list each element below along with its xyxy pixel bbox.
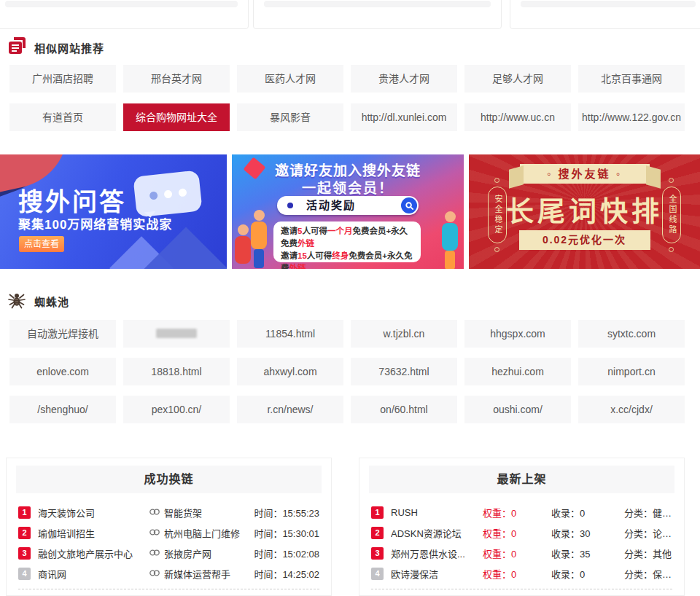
similar-site-link[interactable]: http://www.uc.cn xyxy=(464,103,571,131)
reward-label: 活动奖励 xyxy=(306,196,356,215)
similar-site-link[interactable]: http://dl.xunlei.com xyxy=(351,103,457,131)
spider-pool-link[interactable]: hhgspx.com xyxy=(464,320,571,348)
listing-rows: 1 RUSH 权重：0 收录：0 分类：健康保健 2 ADSKN资源论坛 权重：… xyxy=(371,502,672,584)
bullet-dot xyxy=(287,203,293,208)
panel-title: 最新上架 xyxy=(369,466,674,493)
spider-pool-link[interactable]: pex100.cn/ xyxy=(123,396,230,423)
partner-site-link[interactable]: 张掖房产网 xyxy=(164,546,211,560)
weight-label: 权重： xyxy=(483,528,511,539)
category-value: 健康保健 xyxy=(653,508,672,519)
banner-cta-button[interactable]: 点击查看 xyxy=(19,236,64,252)
spider-pool-link[interactable]: enlove.com xyxy=(9,358,116,385)
similar-site-link[interactable]: 医药人才网 xyxy=(237,65,343,93)
dashed-divider xyxy=(18,589,319,589)
similar-site-link[interactable]: 足够人才网 xyxy=(464,65,571,93)
spider-pool-link[interactable]: r.cn/news/ xyxy=(237,396,343,423)
category-label: 分类： xyxy=(624,569,653,580)
rank-badge: 3 xyxy=(18,547,31,560)
spider-pool-link[interactable]: sytxtc.com xyxy=(578,320,685,348)
banner-title-line1: 邀请好友加入搜外友链 xyxy=(232,160,464,179)
person-illustration xyxy=(235,224,251,264)
time-label: 时间： xyxy=(254,508,282,519)
rank-badge: 2 xyxy=(371,527,384,539)
spider-pool-grid: 自动激光焊接机 11854.html w.tjzbl.cn hhgspx.com… xyxy=(9,320,685,423)
partner-site-link[interactable]: 杭州电脑上门维修 xyxy=(164,526,240,540)
weight-value: 0 xyxy=(511,569,516,580)
weight-label: 权重： xyxy=(483,508,511,519)
spider-pool-link[interactable]: oushi.com/ xyxy=(464,396,571,423)
magnifier-icon xyxy=(401,197,417,213)
partner-site-link[interactable]: 新媒体运营帮手 xyxy=(164,567,230,581)
spider-pool-header: 蜘蛛池 xyxy=(7,290,69,312)
spider-pool-link[interactable]: 73632.html xyxy=(351,358,457,385)
exchange-row: 1 海天装饰公司 智能货架 时间：15:55:23 xyxy=(18,502,319,522)
partner-site-link[interactable]: 智能货架 xyxy=(164,506,202,519)
site-link[interactable]: 融创文旅地产展示中心 xyxy=(38,546,141,560)
included-label: 收录： xyxy=(551,528,580,539)
similar-site-link[interactable]: 邢台英才网 xyxy=(123,65,230,93)
spider-pool-link[interactable]: /shenghuo/ xyxy=(9,396,116,423)
weight-label: 权重： xyxy=(483,549,511,560)
similar-sites-header: 相似网站推荐 xyxy=(7,36,104,58)
spider-pool-link-redacted[interactable] xyxy=(123,320,230,348)
panel-title: 成功换链 xyxy=(16,466,322,493)
site-link[interactable]: 瑜伽培训招生 xyxy=(38,526,141,540)
spider-pool-link[interactable]: x.cc/cjdx/ xyxy=(578,396,685,423)
banner-title-line2: 一起领会员！ xyxy=(232,177,464,197)
site-link[interactable]: 海天装饰公司 xyxy=(38,506,141,519)
included-label: 收录： xyxy=(551,569,580,580)
spider-pool-link[interactable]: 18818.html xyxy=(123,358,230,385)
top-card-bar xyxy=(5,1,238,7)
similar-site-link[interactable]: http://www.122.gov.cn xyxy=(578,103,685,131)
site-link[interactable]: RUSH xyxy=(391,507,475,518)
spider-pool-link[interactable]: 自动激光焊接机 xyxy=(9,320,116,348)
similar-site-link[interactable]: 暴风影音 xyxy=(237,103,343,131)
weight-value: 0 xyxy=(511,549,516,560)
banner-invite-friends[interactable]: 邀请好友加入搜外友链 一起领会员！ 活动奖励 邀请5人可得一个月免费会员+永久免… xyxy=(232,154,464,269)
banner-longtail-rank[interactable]: 搜外友链 长尾词快排 0.02元优化一次 安全稳定 全国线路 xyxy=(469,154,700,269)
similar-site-link-active[interactable]: 综合购物网址大全 xyxy=(123,103,230,131)
included-label: 收录： xyxy=(551,508,580,519)
rank-badge: 2 xyxy=(18,527,31,539)
listing-row: 3 郑州万恩供水设... 权重：0 收录：35 分类：其他 xyxy=(371,543,672,563)
category-label: 分类： xyxy=(624,549,653,560)
rank-badge: 4 xyxy=(371,568,384,580)
site-link[interactable]: 欧诗漫保洁 xyxy=(391,567,475,581)
similar-site-link[interactable]: 贵港人才网 xyxy=(351,65,457,93)
rank-badge: 1 xyxy=(18,506,31,519)
spider-pool-link[interactable]: on/60.html xyxy=(351,396,457,423)
cube-decoration xyxy=(143,227,227,269)
top-card-bar xyxy=(521,1,696,7)
site-link[interactable]: ADSKN资源论坛 xyxy=(391,526,475,540)
similar-site-link[interactable]: 有道首页 xyxy=(9,103,116,131)
similar-site-link[interactable]: 广州酒店招聘 xyxy=(9,65,116,93)
ad-banner-row: 搜外问答 聚集100万网络营销实战家 点击查看 邀请好友加入搜外友链 一起领会员… xyxy=(0,154,700,269)
spider-pool-link[interactable]: hezhui.com xyxy=(464,358,571,385)
time-value: 15:30:01 xyxy=(282,528,319,539)
documents-icon xyxy=(7,36,26,58)
included-label: 收录： xyxy=(551,549,580,560)
similar-sites-grid: 广州酒店招聘 邢台英才网 医药人才网 贵港人才网 足够人才网 北京百事通网 有道… xyxy=(9,65,685,131)
weight-value: 0 xyxy=(511,528,516,539)
reward-search-bar: 活动奖励 xyxy=(277,196,419,215)
site-link[interactable]: 商讯网 xyxy=(38,567,141,581)
exchange-row: 4 商讯网 新媒体运营帮手 时间：14:25:02 xyxy=(18,563,319,584)
included-value: 30 xyxy=(580,528,590,539)
top-card-bar xyxy=(264,1,491,7)
category-label: 分类： xyxy=(624,508,653,519)
exchange-row: 3 融创文旅地产展示中心 张掖房产网 时间：15:02:08 xyxy=(18,543,319,563)
spider-pool-link[interactable]: nimport.cn xyxy=(578,358,685,385)
rank-badge: 1 xyxy=(371,506,384,519)
weight-value: 0 xyxy=(511,508,516,519)
speech-bubble-icon xyxy=(133,170,202,217)
spider-pool-link[interactable]: ahxwyl.com xyxy=(237,358,343,385)
similar-site-link[interactable]: 北京百事通网 xyxy=(578,65,685,93)
listing-row: 1 RUSH 权重：0 收录：0 分类：健康保健 xyxy=(371,502,672,522)
spider-pool-title: 蜘蛛池 xyxy=(34,294,69,309)
site-link[interactable]: 郑州万恩供水设... xyxy=(391,546,475,560)
time-label: 时间： xyxy=(254,569,282,580)
spider-pool-link[interactable]: 11854.html xyxy=(237,320,343,348)
category-value: 其他 xyxy=(653,549,672,560)
spider-pool-link[interactable]: w.tjzbl.cn xyxy=(351,320,457,348)
banner-souwai-qa[interactable]: 搜外问答 聚集100万网络营销实战家 点击查看 xyxy=(0,154,227,269)
